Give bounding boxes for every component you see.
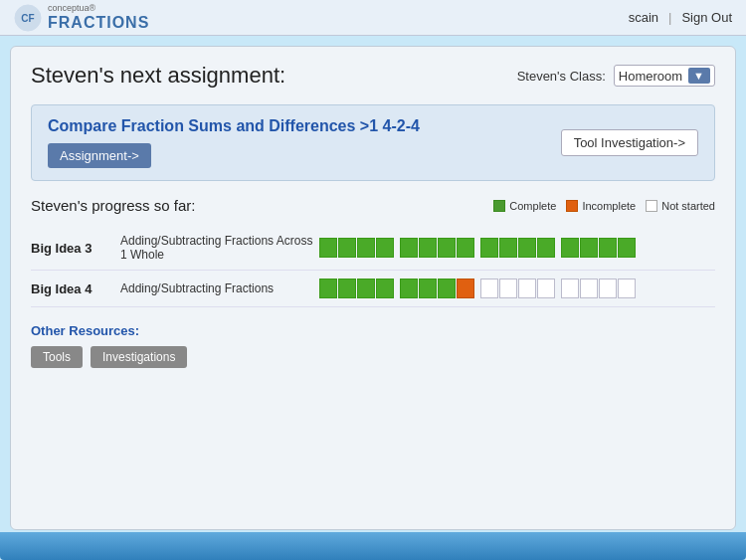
bar-group	[480, 238, 555, 258]
bar-cell	[580, 238, 598, 258]
bar-cell	[499, 279, 517, 298]
bar-cell	[376, 238, 394, 258]
table-row: Big Idea 3Adding/Subtracting Fractions A…	[31, 226, 715, 271]
big-idea-label: Big Idea 4	[31, 281, 120, 296]
logo-text: conceptua® FRACTIONS	[48, 4, 149, 31]
bar-cell	[438, 279, 456, 298]
bar-cell	[338, 279, 356, 298]
bar-group	[561, 238, 636, 258]
legend: Complete Incomplete Not started	[493, 200, 715, 212]
logo-conceptua-label: conceptua®	[48, 4, 149, 14]
big-idea-label: Big Idea 3	[31, 241, 120, 256]
bar-group	[319, 279, 394, 298]
resource-buttons: Tools Investigations	[31, 346, 715, 368]
top-divider: |	[668, 10, 671, 25]
legend-notstarted-label: Not started	[661, 200, 715, 212]
progress-header: Steven's progress so far: Complete Incom…	[31, 197, 715, 214]
legend-notstarted-item: Not started	[646, 200, 715, 212]
big-idea-description: Adding/Subtracting Fractions Across 1 Wh…	[120, 234, 319, 262]
bar-cell	[357, 238, 375, 258]
bar-cell	[338, 238, 356, 258]
legend-complete-box	[493, 200, 505, 212]
main-content: Steven's next assignment: Steven's Class…	[10, 46, 736, 530]
bar-cell	[599, 279, 617, 298]
bar-cell	[438, 238, 456, 258]
chevron-down-icon: ▼	[688, 68, 710, 84]
bar-cell	[580, 279, 598, 298]
class-selector: Steven's Class: Homeroom ▼	[517, 65, 715, 87]
progress-section: Steven's progress so far: Complete Incom…	[31, 197, 715, 307]
bar-cell	[319, 238, 337, 258]
legend-incomplete-box	[566, 200, 578, 212]
tools-button[interactable]: Tools	[31, 346, 83, 368]
class-dropdown[interactable]: Homeroom ▼	[614, 65, 715, 87]
progress-title: Steven's progress so far:	[31, 197, 195, 214]
class-label: Steven's Class:	[517, 69, 606, 84]
progress-bars	[319, 238, 715, 258]
legend-incomplete-label: Incomplete	[582, 200, 636, 212]
bar-cell	[400, 279, 418, 298]
username-label: scain	[629, 10, 658, 25]
bar-cell	[319, 279, 337, 298]
bar-cell	[499, 238, 517, 258]
legend-incomplete-item: Incomplete	[566, 200, 636, 212]
table-row: Big Idea 4Adding/Subtracting Fractions	[31, 271, 715, 307]
legend-complete-item: Complete	[493, 200, 556, 212]
progress-table: Big Idea 3Adding/Subtracting Fractions A…	[31, 226, 715, 307]
bar-cell	[376, 279, 394, 298]
bottom-bar	[0, 532, 746, 560]
bar-cell	[457, 238, 474, 258]
bar-group	[480, 279, 555, 298]
bar-cell	[419, 279, 437, 298]
top-bar: CF conceptua® FRACTIONS scain | Sign Out	[0, 0, 746, 36]
bar-cell	[561, 279, 579, 298]
investigations-button[interactable]: Investigations	[91, 346, 187, 368]
assignment-box: Compare Fraction Sums and Differences >1…	[31, 104, 715, 181]
bar-cell	[357, 279, 375, 298]
header-row: Steven's next assignment: Steven's Class…	[31, 63, 715, 89]
signout-link[interactable]: Sign Out	[681, 10, 732, 25]
logo-fractions-label: FRACTIONS	[48, 14, 149, 32]
bar-cell	[537, 279, 555, 298]
logo-icon: CF	[14, 4, 42, 32]
bar-cell	[480, 279, 498, 298]
bar-group	[400, 279, 474, 298]
legend-notstarted-box	[646, 200, 657, 212]
bar-group	[561, 279, 636, 298]
bar-cell	[457, 279, 474, 298]
bar-cell	[400, 238, 418, 258]
big-idea-description: Adding/Subtracting Fractions	[120, 281, 319, 295]
bar-cell	[537, 238, 555, 258]
bar-cell	[518, 279, 536, 298]
assignment-button[interactable]: Assignment->	[48, 143, 151, 168]
assignment-left: Compare Fraction Sums and Differences >1…	[48, 117, 420, 168]
legend-complete-label: Complete	[509, 200, 556, 212]
bar-cell	[561, 238, 579, 258]
bar-cell	[618, 279, 636, 298]
other-resources-title: Other Resources:	[31, 323, 715, 338]
progress-bars	[319, 279, 715, 298]
bar-cell	[599, 238, 617, 258]
top-right: scain | Sign Out	[629, 10, 732, 25]
tool-investigation-button[interactable]: Tool Investigation->	[561, 129, 698, 156]
class-value: Homeroom	[619, 69, 688, 84]
logo-area: CF conceptua® FRACTIONS	[14, 4, 149, 32]
bar-cell	[518, 238, 536, 258]
bar-group	[400, 238, 474, 258]
svg-text:CF: CF	[21, 13, 34, 24]
assignment-title: Compare Fraction Sums and Differences >1…	[48, 117, 420, 135]
bar-cell	[618, 238, 636, 258]
bar-cell	[419, 238, 437, 258]
bar-cell	[480, 238, 498, 258]
page-title: Steven's next assignment:	[31, 63, 285, 89]
bar-group	[319, 238, 394, 258]
other-resources: Other Resources: Tools Investigations	[31, 323, 715, 368]
